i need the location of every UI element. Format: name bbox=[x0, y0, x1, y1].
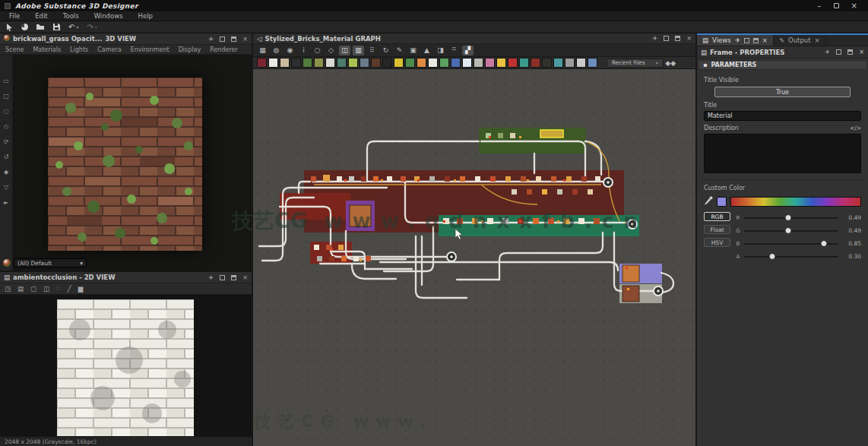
node-thumbnail[interactable] bbox=[371, 58, 381, 68]
play-icon[interactable]: ► bbox=[4, 199, 8, 206]
graph-canvas[interactable] bbox=[253, 69, 695, 446]
graph-tool-select-icon[interactable]: ▞ bbox=[462, 46, 474, 55]
tab-output[interactable]: ✎ Output × bbox=[774, 35, 826, 46]
node-thumbnail[interactable] bbox=[291, 58, 301, 68]
node-thumbnail[interactable] bbox=[280, 58, 290, 68]
node-thumbnail[interactable] bbox=[314, 58, 324, 68]
node-thumbnail[interactable] bbox=[303, 58, 312, 68]
pin-icon[interactable]: ✈ bbox=[825, 49, 831, 55]
view3d-menu-scene[interactable]: Scene bbox=[5, 46, 24, 53]
node-thumbnail[interactable] bbox=[496, 58, 506, 68]
node-thumbnail[interactable] bbox=[405, 58, 415, 68]
slider-knob[interactable] bbox=[769, 253, 776, 260]
close-panel-icon[interactable]: × bbox=[686, 35, 692, 42]
node-thumbnail[interactable] bbox=[451, 58, 461, 68]
view2d-viewport[interactable] bbox=[0, 295, 252, 436]
graph-tool-grid-icon[interactable]: ▦ bbox=[257, 46, 268, 55]
graph-tool-search-icon[interactable]: ○ bbox=[312, 46, 323, 55]
graph-tool-frame-icon[interactable]: ▣ bbox=[407, 46, 419, 55]
view3d-menu-lights[interactable]: Lights bbox=[70, 46, 88, 53]
view3d-menu-camera[interactable]: Camera bbox=[97, 46, 121, 53]
minimize-button[interactable]: – bbox=[818, 2, 822, 10]
graph-tool-edit-icon[interactable]: ✎ bbox=[394, 46, 405, 55]
dock-panel-icon[interactable] bbox=[753, 38, 759, 43]
pin-icon[interactable]: ✈ bbox=[209, 274, 214, 281]
save-icon[interactable] bbox=[53, 24, 60, 30]
redo-icon[interactable]: ↷▾ bbox=[87, 23, 97, 31]
close-panel-icon[interactable]: × bbox=[242, 274, 248, 281]
color-disc-icon[interactable] bbox=[21, 24, 28, 30]
pin-icon[interactable]: ✈ bbox=[209, 36, 214, 43]
link-mode-icon[interactable]: ◆◆ bbox=[665, 58, 676, 68]
title-input[interactable]: Material bbox=[704, 111, 861, 121]
geometry-cube-icon[interactable]: ▢ bbox=[3, 93, 9, 100]
html-code-toggle[interactable]: </> bbox=[850, 125, 861, 131]
menu-edit[interactable]: Edit bbox=[35, 12, 47, 20]
float-panel-icon[interactable] bbox=[220, 36, 225, 42]
geometry-cylinder-icon[interactable]: ◇ bbox=[4, 123, 8, 130]
slash-icon[interactable]: ╱ bbox=[68, 285, 71, 293]
pointer-icon[interactable] bbox=[6, 24, 13, 31]
node-thumbnail[interactable] bbox=[576, 58, 586, 68]
graph-tool-focus-icon[interactable]: ◉ bbox=[284, 46, 296, 55]
recent-files-button[interactable]: Recent files ▾ bbox=[607, 59, 664, 68]
dock-panel-icon[interactable] bbox=[675, 36, 680, 41]
float-panel-icon[interactable] bbox=[836, 49, 841, 55]
material-mode-icon[interactable]: ◆ bbox=[4, 169, 8, 176]
node-thumbnail[interactable] bbox=[382, 58, 392, 68]
menu-file[interactable]: File bbox=[9, 12, 20, 20]
mode-hsv-button[interactable]: HSV bbox=[704, 238, 730, 247]
graph-tool-info-icon[interactable]: i bbox=[298, 46, 309, 55]
node-thumbnail[interactable] bbox=[565, 58, 575, 68]
material-dropdown[interactable]: (All) Default ▾ bbox=[14, 258, 87, 267]
maximize-button[interactable] bbox=[834, 3, 839, 8]
tab-views[interactable]: ▤ Views ✈ × bbox=[697, 35, 774, 46]
menu-windows[interactable]: Windows bbox=[94, 12, 123, 20]
histogram-icon[interactable]: ▆ bbox=[78, 285, 84, 293]
view3d-menu-display[interactable]: Display bbox=[179, 46, 201, 53]
graph-tool-pattern-icon[interactable]: ⠛ bbox=[448, 46, 460, 55]
slider-track[interactable] bbox=[744, 243, 838, 245]
mode-rgb-button[interactable]: RGB bbox=[704, 212, 730, 221]
node-thumbnail[interactable] bbox=[519, 58, 529, 68]
node-thumbnail[interactable] bbox=[348, 58, 358, 68]
slider-track[interactable] bbox=[744, 230, 838, 232]
fit-view-icon[interactable]: ◳ bbox=[5, 285, 11, 293]
view3d-viewport[interactable]: ▭ ▢ ○ ◇ ⟳ ↺ ◆ ▽ ► bbox=[0, 55, 252, 270]
graph-tool-filter-icon[interactable]: ◇ bbox=[325, 46, 337, 55]
node-thumbnail[interactable] bbox=[462, 58, 472, 68]
description-textarea[interactable] bbox=[704, 134, 861, 173]
node-thumbnail[interactable] bbox=[508, 58, 518, 68]
reset-view-icon[interactable]: ↺ bbox=[4, 153, 9, 160]
float-panel-icon[interactable] bbox=[220, 275, 225, 280]
graph-tool-dots-icon[interactable]: ⠿ bbox=[366, 46, 378, 55]
close-tab-icon[interactable]: × bbox=[815, 36, 820, 44]
node-thumbnail[interactable] bbox=[439, 58, 449, 68]
float-panel-icon[interactable] bbox=[664, 36, 669, 41]
pin-icon[interactable]: ✈ bbox=[653, 35, 658, 42]
dock-panel-icon[interactable] bbox=[231, 275, 236, 280]
node-thumbnail[interactable] bbox=[257, 58, 267, 68]
dock-panel-icon[interactable] bbox=[847, 49, 853, 55]
close-panel-icon[interactable]: × bbox=[859, 49, 864, 55]
close-panel-icon[interactable]: × bbox=[242, 36, 248, 43]
geometry-plane-icon[interactable]: ▭ bbox=[3, 77, 9, 84]
slider-knob[interactable] bbox=[785, 214, 792, 221]
pin-icon[interactable]: ✈ bbox=[735, 36, 740, 44]
close-button[interactable]: × bbox=[851, 2, 857, 10]
rotate-view-icon[interactable]: ⟳ bbox=[4, 138, 9, 145]
view3d-menu-environment[interactable]: Environment bbox=[131, 46, 169, 53]
graph-tool-up-icon[interactable]: ▲ bbox=[421, 46, 432, 55]
graph-tool-link-icon[interactable]: ◍ bbox=[271, 46, 282, 55]
channels-icon[interactable]: ◫ bbox=[43, 285, 49, 293]
node-thumbnail[interactable] bbox=[417, 58, 426, 68]
node-thumbnail[interactable] bbox=[542, 58, 552, 68]
graph-tool-half-icon[interactable]: ◨ bbox=[435, 46, 446, 55]
graph-tool-columns-icon[interactable]: ▥ bbox=[353, 46, 364, 55]
eyedropper-icon[interactable] bbox=[704, 196, 713, 207]
hue-gradient-bar[interactable] bbox=[730, 197, 861, 207]
menu-tools[interactable]: Tools bbox=[63, 12, 79, 20]
node-thumbnail[interactable] bbox=[474, 58, 483, 68]
float-panel-icon[interactable] bbox=[744, 38, 749, 43]
node-thumbnail[interactable] bbox=[268, 58, 278, 68]
